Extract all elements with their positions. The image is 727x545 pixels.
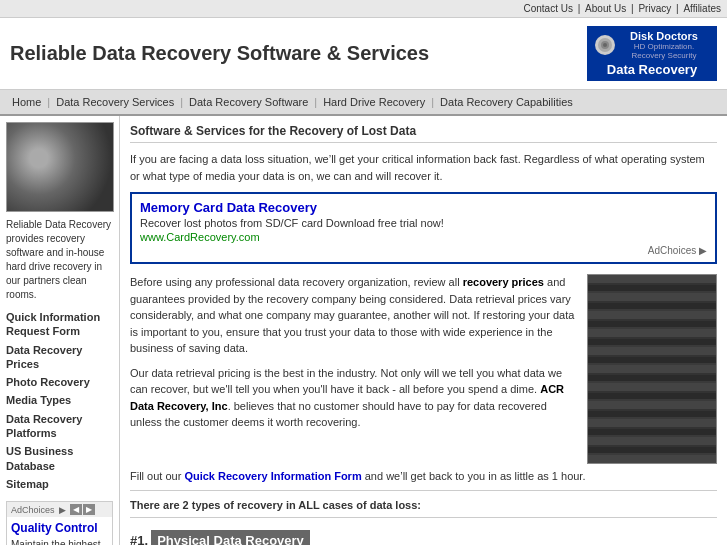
sidebar-link-sitemap[interactable]: Sitemap	[6, 477, 113, 491]
about-link[interactable]: About Us	[585, 3, 626, 14]
nav-capabilities[interactable]: Data Recovery Capabilities	[436, 94, 577, 110]
physical-num: #1.	[130, 533, 148, 545]
logo-box: Disk Doctors HD Optimization. Recovery S…	[587, 26, 717, 81]
affiliates-link[interactable]: Affiliates	[683, 3, 721, 14]
content-section-title: Software & Services for the Recovery of …	[130, 124, 717, 143]
quick-form-link[interactable]: Quick Recovery Information Form	[184, 470, 361, 482]
sidebar-image	[6, 122, 114, 212]
content-para-2: Our data retrieval pricing is the best i…	[130, 365, 577, 431]
sidebar-ad-content: Quality Control Maintain the highest Qua…	[7, 517, 112, 545]
gear-image	[7, 123, 113, 211]
svg-point-2	[603, 43, 607, 47]
content-ad-url[interactable]: www.CardRecovery.com	[140, 231, 707, 243]
content-ad-desc: Recover lost photos from SD/CF card Down…	[140, 217, 707, 229]
sidebar: Reliable Data Recovery provides recovery…	[0, 116, 120, 545]
sidebar-ad-nav[interactable]: ◀ ▶	[70, 504, 95, 515]
logo-tagline: HD Optimization. Recovery Security	[619, 42, 709, 60]
sidebar-ad-body: Maintain the highest Quality Levels on t…	[11, 538, 108, 545]
nav-harddrive[interactable]: Hard Drive Recovery	[319, 94, 429, 110]
nav-services[interactable]: Data Recovery Services	[52, 94, 178, 110]
content-text: Before using any professional data recov…	[130, 274, 577, 464]
adchoices-label: AdChoices	[11, 505, 55, 515]
quick-form-line: Fill out our Quick Recovery Information …	[130, 470, 717, 482]
server-rack-image	[587, 274, 717, 464]
sidebar-link-quick[interactable]: Quick Information Request Form	[6, 310, 113, 339]
sidebar-ad-prev[interactable]: ◀	[70, 504, 82, 515]
sidebar-ad-next[interactable]: ▶	[83, 504, 95, 515]
main-content: Software & Services for the Recovery of …	[120, 116, 727, 545]
physical-recovery-section: #1. Physical Data Recovery	[130, 524, 717, 545]
server-rack-visual	[588, 275, 716, 463]
adchoices-icon: ▶	[59, 505, 66, 515]
divider2	[130, 517, 717, 518]
physical-heading: Physical Data Recovery	[151, 530, 310, 545]
privacy-link[interactable]: Privacy	[638, 3, 671, 14]
sidebar-ad-title: Quality Control	[11, 521, 108, 535]
top-bar: Contact Us | About Us | Privacy | Affili…	[0, 0, 727, 18]
divider	[130, 490, 717, 491]
nav-software[interactable]: Data Recovery Software	[185, 94, 312, 110]
content-para-1: Before using any professional data recov…	[130, 274, 577, 357]
sidebar-description: Reliable Data Recovery provides recovery…	[6, 218, 113, 302]
logo-brand: Disk Doctors	[619, 30, 709, 42]
header: Reliable Data Recovery Software & Servic…	[0, 18, 727, 90]
sidebar-ad: AdChoices ▶ ◀ ▶ Quality Control Maintain…	[6, 501, 113, 545]
logo-gear-icon	[595, 35, 615, 55]
content-ad: Memory Card Data Recovery Recover lost p…	[130, 192, 717, 264]
main-layout: Reliable Data Recovery provides recovery…	[0, 116, 727, 545]
sidebar-link-database[interactable]: US Business Database	[6, 444, 113, 473]
sidebar-link-prices[interactable]: Data Recovery Prices	[6, 343, 113, 372]
sidebar-link-platforms[interactable]: Data Recovery Platforms	[6, 412, 113, 441]
logo-service: Data Recovery	[595, 62, 709, 77]
contact-link[interactable]: Contact Us	[523, 3, 572, 14]
content-with-image: Before using any professional data recov…	[130, 274, 717, 464]
content-intro: If you are facing a data loss situation,…	[130, 151, 717, 184]
content-ad-footer: AdChoices ▶	[140, 245, 707, 256]
sidebar-link-photo[interactable]: Photo Recovery	[6, 375, 113, 389]
sidebar-link-media[interactable]: Media Types	[6, 393, 113, 407]
types-heading: There are 2 types of recovery in ALL cas…	[130, 499, 717, 511]
page-title: Reliable Data Recovery Software & Servic…	[10, 42, 429, 65]
sidebar-ad-header: AdChoices ▶ ◀ ▶	[7, 502, 112, 517]
nav-bar: Home | Data Recovery Services | Data Rec…	[0, 90, 727, 116]
nav-home[interactable]: Home	[8, 94, 45, 110]
content-ad-title[interactable]: Memory Card Data Recovery	[140, 200, 707, 215]
